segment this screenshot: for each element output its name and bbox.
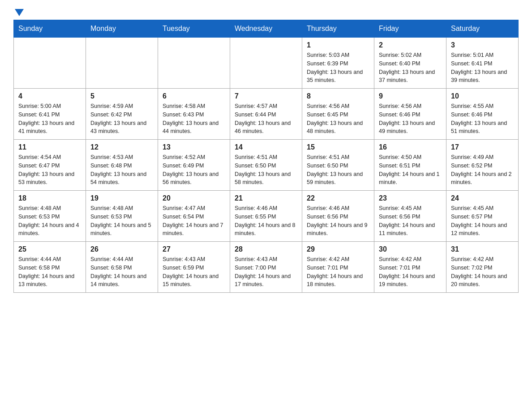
calendar-cell: 20Sunrise: 4:47 AMSunset: 6:54 PMDayligh… bbox=[158, 191, 230, 242]
calendar-cell: 29Sunrise: 4:42 AMSunset: 7:01 PMDayligh… bbox=[302, 242, 374, 293]
calendar-cell: 28Sunrise: 4:43 AMSunset: 7:00 PMDayligh… bbox=[230, 242, 302, 293]
calendar-cell: 16Sunrise: 4:50 AMSunset: 6:51 PMDayligh… bbox=[374, 140, 446, 191]
day-number: 30 bbox=[379, 245, 442, 253]
day-of-week-header: Tuesday bbox=[158, 20, 230, 38]
day-info: Sunrise: 4:46 AMSunset: 6:55 PMDaylight:… bbox=[235, 204, 297, 238]
calendar-cell: 7Sunrise: 4:57 AMSunset: 6:44 PMDaylight… bbox=[230, 89, 302, 140]
day-number: 2 bbox=[379, 41, 442, 49]
calendar-cell: 14Sunrise: 4:51 AMSunset: 6:50 PMDayligh… bbox=[230, 140, 302, 191]
day-number: 14 bbox=[235, 143, 297, 151]
calendar-table: SundayMondayTuesdayWednesdayThursdayFrid… bbox=[13, 20, 519, 293]
day-info: Sunrise: 5:03 AMSunset: 6:39 PMDaylight:… bbox=[307, 51, 369, 85]
day-info: Sunrise: 4:49 AMSunset: 6:52 PMDaylight:… bbox=[451, 153, 514, 187]
day-info: Sunrise: 4:42 AMSunset: 7:01 PMDaylight:… bbox=[379, 255, 442, 289]
calendar-cell bbox=[14, 38, 86, 89]
day-number: 12 bbox=[90, 143, 153, 151]
day-number: 24 bbox=[451, 194, 514, 202]
day-number: 5 bbox=[90, 92, 153, 100]
day-number: 3 bbox=[451, 41, 514, 49]
day-number: 23 bbox=[379, 194, 442, 202]
calendar-cell: 3Sunrise: 5:01 AMSunset: 6:41 PMDaylight… bbox=[446, 38, 519, 89]
day-info: Sunrise: 4:54 AMSunset: 6:47 PMDaylight:… bbox=[18, 153, 81, 187]
day-info: Sunrise: 4:42 AMSunset: 7:01 PMDaylight:… bbox=[307, 255, 369, 289]
day-info: Sunrise: 4:43 AMSunset: 7:00 PMDaylight:… bbox=[235, 255, 297, 289]
calendar-cell: 1Sunrise: 5:03 AMSunset: 6:39 PMDaylight… bbox=[302, 38, 374, 89]
calendar-cell: 26Sunrise: 4:44 AMSunset: 6:58 PMDayligh… bbox=[86, 242, 158, 293]
calendar-cell: 30Sunrise: 4:42 AMSunset: 7:01 PMDayligh… bbox=[374, 242, 446, 293]
day-of-week-header: Friday bbox=[374, 20, 446, 38]
day-info: Sunrise: 4:42 AMSunset: 7:02 PMDaylight:… bbox=[451, 255, 514, 289]
calendar-cell: 31Sunrise: 4:42 AMSunset: 7:02 PMDayligh… bbox=[446, 242, 519, 293]
day-of-week-header: Wednesday bbox=[230, 20, 302, 38]
calendar-cell: 6Sunrise: 4:58 AMSunset: 6:43 PMDaylight… bbox=[158, 89, 230, 140]
day-number: 13 bbox=[163, 143, 225, 151]
calendar-cell: 12Sunrise: 4:53 AMSunset: 6:48 PMDayligh… bbox=[86, 140, 158, 191]
calendar-cell: 9Sunrise: 4:56 AMSunset: 6:46 PMDaylight… bbox=[374, 89, 446, 140]
day-of-week-header: Thursday bbox=[302, 20, 374, 38]
calendar-cell: 23Sunrise: 4:45 AMSunset: 6:56 PMDayligh… bbox=[374, 191, 446, 242]
day-info: Sunrise: 4:44 AMSunset: 6:58 PMDaylight:… bbox=[90, 255, 153, 289]
calendar-cell bbox=[230, 38, 302, 89]
day-number: 8 bbox=[307, 92, 369, 100]
day-info: Sunrise: 4:45 AMSunset: 6:56 PMDaylight:… bbox=[379, 204, 442, 238]
calendar-cell: 17Sunrise: 4:49 AMSunset: 6:52 PMDayligh… bbox=[446, 140, 519, 191]
calendar-week-row: 11Sunrise: 4:54 AMSunset: 6:47 PMDayligh… bbox=[14, 140, 519, 191]
logo bbox=[13, 9, 24, 15]
day-info: Sunrise: 4:46 AMSunset: 6:56 PMDaylight:… bbox=[307, 204, 369, 238]
day-of-week-header: Sunday bbox=[14, 20, 86, 38]
days-of-week-row: SundayMondayTuesdayWednesdayThursdayFrid… bbox=[14, 20, 519, 38]
day-info: Sunrise: 4:51 AMSunset: 6:50 PMDaylight:… bbox=[307, 153, 369, 187]
day-info: Sunrise: 4:45 AMSunset: 6:57 PMDaylight:… bbox=[451, 204, 514, 238]
day-number: 1 bbox=[307, 41, 369, 49]
day-number: 4 bbox=[18, 92, 81, 100]
day-number: 10 bbox=[451, 92, 514, 100]
day-info: Sunrise: 4:50 AMSunset: 6:51 PMDaylight:… bbox=[379, 153, 442, 187]
day-info: Sunrise: 4:57 AMSunset: 6:44 PMDaylight:… bbox=[235, 102, 297, 136]
day-info: Sunrise: 4:53 AMSunset: 6:48 PMDaylight:… bbox=[90, 153, 153, 187]
calendar-cell: 19Sunrise: 4:48 AMSunset: 6:53 PMDayligh… bbox=[86, 191, 158, 242]
day-info: Sunrise: 4:44 AMSunset: 6:58 PMDaylight:… bbox=[18, 255, 81, 289]
page-header bbox=[13, 9, 519, 15]
day-number: 17 bbox=[451, 143, 514, 151]
day-number: 20 bbox=[163, 194, 225, 202]
day-number: 11 bbox=[18, 143, 81, 151]
day-info: Sunrise: 4:59 AMSunset: 6:42 PMDaylight:… bbox=[90, 102, 153, 136]
day-info: Sunrise: 4:48 AMSunset: 6:53 PMDaylight:… bbox=[18, 204, 81, 238]
calendar-week-row: 25Sunrise: 4:44 AMSunset: 6:58 PMDayligh… bbox=[14, 242, 519, 293]
day-number: 15 bbox=[307, 143, 369, 151]
calendar-cell: 4Sunrise: 5:00 AMSunset: 6:41 PMDaylight… bbox=[14, 89, 86, 140]
day-info: Sunrise: 4:47 AMSunset: 6:54 PMDaylight:… bbox=[163, 204, 225, 238]
day-info: Sunrise: 4:52 AMSunset: 6:49 PMDaylight:… bbox=[163, 153, 225, 187]
day-of-week-header: Saturday bbox=[446, 20, 519, 38]
day-info: Sunrise: 4:55 AMSunset: 6:46 PMDaylight:… bbox=[451, 102, 514, 136]
calendar-header: SundayMondayTuesdayWednesdayThursdayFrid… bbox=[14, 20, 519, 38]
day-number: 31 bbox=[451, 245, 514, 253]
calendar-cell: 11Sunrise: 4:54 AMSunset: 6:47 PMDayligh… bbox=[14, 140, 86, 191]
day-number: 29 bbox=[307, 245, 369, 253]
day-number: 21 bbox=[235, 194, 297, 202]
day-info: Sunrise: 4:56 AMSunset: 6:46 PMDaylight:… bbox=[379, 102, 442, 136]
day-info: Sunrise: 5:02 AMSunset: 6:40 PMDaylight:… bbox=[379, 51, 442, 85]
calendar-cell: 18Sunrise: 4:48 AMSunset: 6:53 PMDayligh… bbox=[14, 191, 86, 242]
day-info: Sunrise: 4:43 AMSunset: 6:59 PMDaylight:… bbox=[163, 255, 225, 289]
calendar-week-row: 18Sunrise: 4:48 AMSunset: 6:53 PMDayligh… bbox=[14, 191, 519, 242]
calendar-cell bbox=[86, 38, 158, 89]
day-number: 28 bbox=[235, 245, 297, 253]
day-number: 25 bbox=[18, 245, 81, 253]
day-number: 26 bbox=[90, 245, 153, 253]
day-info: Sunrise: 5:00 AMSunset: 6:41 PMDaylight:… bbox=[18, 102, 81, 136]
calendar-week-row: 1Sunrise: 5:03 AMSunset: 6:39 PMDaylight… bbox=[14, 38, 519, 89]
calendar-cell bbox=[158, 38, 230, 89]
day-number: 6 bbox=[163, 92, 225, 100]
day-number: 16 bbox=[379, 143, 442, 151]
calendar-cell: 5Sunrise: 4:59 AMSunset: 6:42 PMDaylight… bbox=[86, 89, 158, 140]
day-number: 7 bbox=[235, 92, 297, 100]
calendar-cell: 10Sunrise: 4:55 AMSunset: 6:46 PMDayligh… bbox=[446, 89, 519, 140]
day-info: Sunrise: 4:56 AMSunset: 6:45 PMDaylight:… bbox=[307, 102, 369, 136]
calendar-cell: 25Sunrise: 4:44 AMSunset: 6:58 PMDayligh… bbox=[14, 242, 86, 293]
day-number: 18 bbox=[18, 194, 81, 202]
day-info: Sunrise: 4:48 AMSunset: 6:53 PMDaylight:… bbox=[90, 204, 153, 238]
calendar-cell: 8Sunrise: 4:56 AMSunset: 6:45 PMDaylight… bbox=[302, 89, 374, 140]
day-number: 19 bbox=[90, 194, 153, 202]
day-info: Sunrise: 4:58 AMSunset: 6:43 PMDaylight:… bbox=[163, 102, 225, 136]
